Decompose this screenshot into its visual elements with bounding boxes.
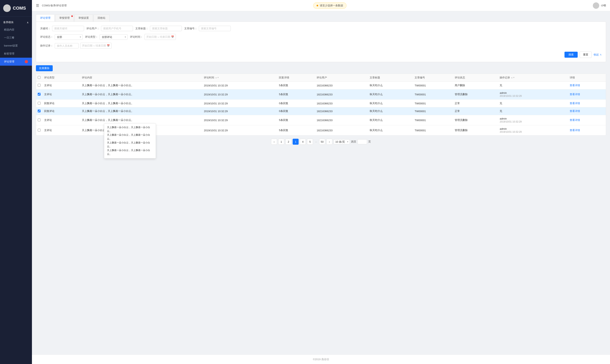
type-select[interactable]: 全部评论 主评论 回复评论 — [100, 34, 128, 40]
time-range[interactable]: 开始日期 ~ 结束日期 📅 — [144, 34, 176, 40]
detail-link[interactable]: 查看详情 — [570, 110, 580, 113]
cell-user: 18216366233 — [315, 115, 368, 125]
goto-input[interactable] — [358, 139, 367, 144]
page-size-select[interactable]: 10 条/页 20 条/页 50 条/页 — [334, 139, 350, 144]
detail-link[interactable]: 查看详情 — [570, 93, 580, 96]
search-row-1: 关键词： 评论用户： 文章标题： 文章编号： — [40, 26, 602, 31]
search-button[interactable]: 搜索 — [564, 52, 578, 58]
sidebar-item-tags[interactable]: 标签管理 — [0, 50, 32, 58]
time-sort-icon[interactable]: ▲▼ — [215, 77, 219, 79]
table-row: 主评论 天上飘着一朵小白云，天上飘着一朵小白云。 2019/10/31 10:3… — [36, 89, 606, 100]
article-no-label: 文章编号： — [184, 27, 197, 30]
cell-detail[interactable]: 查看详情 — [568, 100, 606, 107]
sidebar-item-comments[interactable]: 评论管理 — [0, 58, 32, 66]
row-checkbox[interactable] — [38, 93, 40, 96]
cell-type: 回复评论 — [42, 107, 80, 115]
detail-link[interactable]: 查看详情 — [570, 84, 580, 87]
cell-time: 2019/10/31 10:32:29 — [202, 107, 277, 115]
cell-reply: 0条回复 — [277, 100, 315, 107]
breadcrumb: COMS/食养/评论管理 — [42, 4, 67, 7]
keyword-input[interactable] — [52, 26, 84, 31]
page-current-button[interactable]: 1 — [293, 139, 299, 145]
cell-detail[interactable]: 查看详情 — [568, 125, 606, 135]
status-select-wrapper: 全部 正常 用户删除 管理员删除 — [55, 34, 83, 40]
page-1-button[interactable]: 1 — [278, 139, 284, 145]
keyword-field: 关键词： — [40, 26, 84, 31]
th-operation: 操作记录 ▲▼ — [498, 74, 568, 82]
next-page-button[interactable]: › — [326, 139, 332, 145]
tab-comment-manage[interactable]: 评论管理 — [36, 14, 55, 22]
tab-report-settings[interactable]: 举报设置 — [74, 14, 93, 22]
cell-user: 18216366233 — [315, 89, 368, 100]
operation-field: 操作记录： 开始日期 ~ 结束日期 📅 — [40, 43, 112, 49]
cell-content: 天上飘着一朵小白云，天上飘着一朵小白云。 — [80, 107, 202, 115]
page-50-button[interactable]: 50 — [319, 139, 325, 145]
menu-toggle-icon[interactable]: ☰ — [36, 3, 39, 8]
cell-status: 管理员删除 — [453, 125, 498, 135]
page-ellipsis: ··· — [314, 140, 318, 143]
page-size-wrapper: 10 条/页 20 条/页 50 条/页 — [334, 139, 350, 144]
reset-button[interactable]: 重置 — [580, 52, 592, 58]
sidebar-group-food[interactable]: 食养模块 ∧ — [0, 18, 32, 26]
footer: ©2019 燕谷坊 — [32, 355, 610, 364]
tab-report-manage[interactable]: 举报管理 — [55, 14, 74, 22]
table-row: 回复评论 天上飘着一朵小白云，天上飘着一朵小白云。 2019/10/31 10:… — [36, 100, 606, 107]
operator-input[interactable] — [55, 43, 79, 49]
detail-link[interactable]: 查看详情 — [570, 118, 580, 121]
cell-time: 2019/10/31 10:32:29 — [202, 115, 277, 125]
cell-detail[interactable]: 查看详情 — [568, 89, 606, 100]
batch-delete-button[interactable]: 批量删除 — [36, 65, 53, 71]
username: 小明 — [601, 4, 606, 7]
cell-time: 2019/10/31 10:32:29 — [202, 82, 277, 89]
th-type: 评论类型 — [42, 74, 80, 82]
operation-sort-icon[interactable]: ▲▼ — [511, 77, 515, 79]
table-row: 回复评论 天上飘着一朵小白云，天上飘着一朵小白云。 2019/10/31 10:… — [36, 107, 606, 115]
page-5-button[interactable]: 5 — [307, 139, 313, 145]
tab-bar: 评论管理 举报管理 举报设置 回收站 — [36, 14, 606, 22]
detail-link[interactable]: 查看详情 — [570, 102, 580, 105]
page-4-button[interactable]: 4 — [300, 139, 306, 145]
sidebar-item-banner[interactable]: banneri设置 — [0, 42, 32, 50]
cell-status: 正常 — [453, 100, 498, 107]
main-area: ☰ COMS/食养/评论管理 请至少选择一条数据 小明 评论管理 举报管理 举报… — [32, 0, 610, 364]
tab-recycle-bin[interactable]: 回收站 — [93, 14, 110, 22]
cell-detail[interactable]: 查看详情 — [568, 107, 606, 115]
row-checkbox[interactable] — [38, 84, 40, 87]
op-time-range[interactable]: 开始日期 ~ 结束日期 📅 — [80, 43, 112, 49]
cell-detail[interactable]: 查看详情 — [568, 82, 606, 89]
prev-page-button[interactable]: ‹ — [271, 139, 277, 145]
row-checkbox[interactable] — [38, 118, 40, 121]
collapse-button[interactable]: 收起 ∧ — [594, 53, 602, 56]
cell-operation: 无 — [498, 82, 568, 89]
detail-link[interactable]: 查看详情 — [570, 129, 580, 132]
th-time: 评论时间 ▲▼ — [202, 74, 277, 82]
table-row: 主评论 天上飘着一朵小白云，天上飘着一朵小白云。 2019/10/31 10:3… — [36, 82, 606, 89]
tooltip-line-4: 天上飘着一朵小白云，天上飘着一朵小白云。 — [107, 148, 153, 156]
row-checkbox[interactable] — [38, 102, 40, 104]
time-start-placeholder: 开始日期 — [146, 35, 157, 39]
type-label: 评论类型： — [85, 35, 98, 39]
cell-content: 天上飘着一朵小白云，天上飘着一朵小白云。 — [80, 82, 202, 89]
status-field: 评论状态： 全部 正常 用户删除 管理员删除 — [40, 34, 83, 40]
select-all-checkbox[interactable] — [38, 76, 40, 79]
cell-detail[interactable]: 查看详情 — [568, 115, 606, 125]
row-checkbox[interactable] — [38, 129, 40, 131]
cell-user: 18216366233 — [315, 107, 368, 115]
cell-article-no: TW00001 — [413, 82, 453, 89]
user-input[interactable] — [101, 26, 133, 31]
op-dash: ~ — [93, 44, 95, 47]
cell-type: 主评论 — [42, 125, 80, 135]
status-select[interactable]: 全部 正常 用户删除 管理员删除 — [55, 34, 83, 40]
cell-content: 天上飘着一朵小白云，天上飘着一朵小白云。 — [80, 89, 202, 100]
sidebar-item-selected-content[interactable]: 精选内容 — [0, 26, 32, 34]
article-no-field: 文章编号： — [184, 26, 231, 31]
user-label: 评论用户： — [86, 27, 99, 30]
sidebar-item-daily-meals[interactable]: 一日三餐 — [0, 34, 32, 42]
row-checkbox[interactable] — [38, 110, 40, 112]
page-2-button[interactable]: 2 — [286, 139, 291, 145]
th-content: 评论内容 — [80, 74, 202, 82]
time-dash: ~ — [157, 36, 159, 39]
article-no-input[interactable] — [199, 26, 231, 31]
article-title-input[interactable] — [150, 26, 182, 31]
cell-article-no: TW00001 — [413, 89, 453, 100]
